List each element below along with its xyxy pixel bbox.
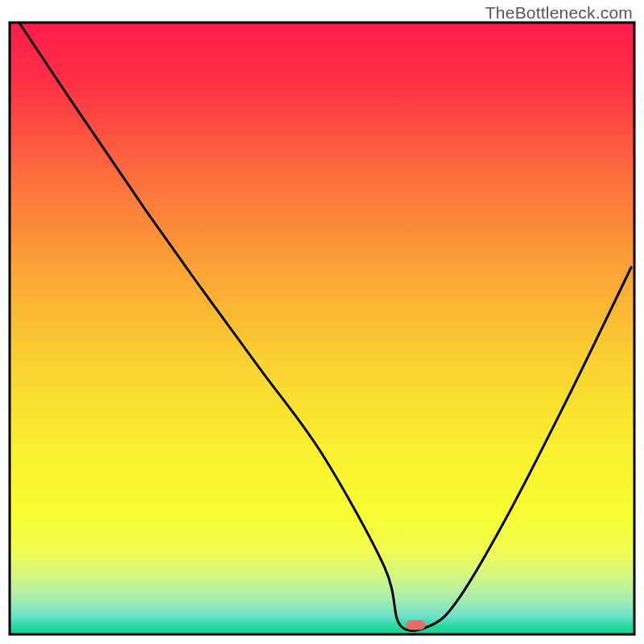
plot-background — [10, 23, 634, 634]
optimal-marker — [406, 621, 425, 630]
chart-container: TheBottleneck.com — [0, 0, 644, 644]
bottleneck-chart — [0, 0, 644, 644]
watermark-label: TheBottleneck.com — [485, 3, 633, 23]
